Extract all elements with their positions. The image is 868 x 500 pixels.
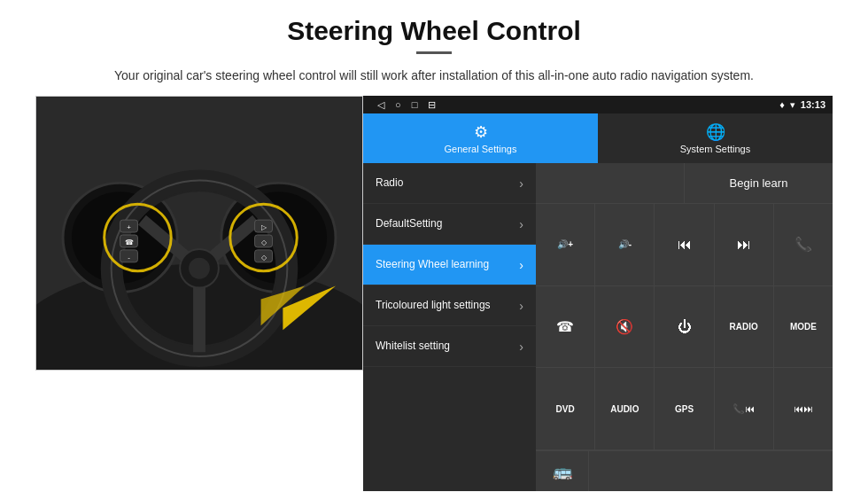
radio-row: Begin learn xyxy=(536,163,833,204)
svg-text:▷: ▷ xyxy=(261,223,267,231)
menu-panel: Radio › DefaultSetting › Steering Wheel … xyxy=(363,163,536,491)
device-main: Radio › DefaultSetting › Steering Wheel … xyxy=(363,163,833,491)
general-settings-icon: ⚙ xyxy=(474,122,488,142)
vol-down-icon: 🔊- xyxy=(618,239,632,249)
vol-up-icon: 🔊+ xyxy=(557,239,573,249)
menu-item-steering-wheel[interactable]: Steering Wheel learning › xyxy=(363,245,536,285)
chevron-icon-tricoloured: › xyxy=(519,299,523,313)
menu-item-radio[interactable]: Radio › xyxy=(363,163,536,204)
mode-label: MODE xyxy=(790,322,817,332)
answer-call-icon: ☎ xyxy=(556,318,574,335)
menu-item-whitelist-label: Whitelist setting xyxy=(376,340,450,354)
gps-label: GPS xyxy=(675,404,694,414)
mute-icon: 🔇 xyxy=(616,318,633,335)
svg-text:-: - xyxy=(128,254,130,262)
radio-empty-area xyxy=(536,163,685,203)
back-icon[interactable]: ◁ xyxy=(377,99,384,111)
svg-point-14 xyxy=(189,258,210,279)
vol-up-button[interactable]: 🔊+ xyxy=(536,204,595,285)
controls-row-2: ☎ 🔇 ⏻ RADIO MODE xyxy=(536,286,833,369)
call-prev-button[interactable]: 📞⏮ xyxy=(715,368,774,449)
chevron-icon-whitelist: › xyxy=(519,340,523,354)
status-bar-nav: ◁ ○ □ ⊟ xyxy=(377,99,436,111)
gps-button[interactable]: GPS xyxy=(655,368,714,449)
menu-item-steering-label: Steering Wheel learning xyxy=(376,258,489,272)
page-title: Steering Wheel Control xyxy=(287,16,581,46)
clock: 13:13 xyxy=(801,99,825,110)
signal-icon: ▾ xyxy=(790,99,795,111)
controls-row-3: DVD AUDIO GPS 📞⏮ ⏮⏭ xyxy=(536,368,833,450)
audio-button[interactable]: AUDIO xyxy=(595,368,655,449)
power-icon: ⏻ xyxy=(678,319,692,335)
audio-label: AUDIO xyxy=(610,404,639,414)
svg-text:☎: ☎ xyxy=(125,238,134,246)
radio-label: RADIO xyxy=(730,322,758,332)
mute-button[interactable]: 🔇 xyxy=(595,286,655,368)
answer-call-button[interactable]: ☎ xyxy=(536,286,595,368)
next-track-icon: ⏭ xyxy=(737,237,751,253)
radio-button[interactable]: RADIO xyxy=(715,286,774,368)
call-prev-icon: 📞⏮ xyxy=(732,403,755,415)
power-button[interactable]: ⏻ xyxy=(655,286,714,368)
title-divider xyxy=(416,51,452,54)
call-button[interactable]: 📞 xyxy=(774,204,833,285)
tab-general-label: General Settings xyxy=(445,144,517,154)
prev-next-icon: ⏮⏭ xyxy=(794,403,813,414)
status-bar: ◁ ○ □ ⊟ ♦ ▾ 13:13 xyxy=(363,96,833,113)
prev-next-button[interactable]: ⏮⏭ xyxy=(774,368,833,449)
menu-item-tricoloured-label: Tricoloured light settings xyxy=(376,299,491,313)
tab-general-settings[interactable]: ⚙ General Settings xyxy=(363,113,598,163)
prev-track-button[interactable]: ⏮ xyxy=(655,204,714,285)
vol-down-button[interactable]: 🔊- xyxy=(595,204,655,285)
control-panel: Begin learn 🔊+ 🔊- ⏮ xyxy=(536,163,833,491)
recents-icon[interactable]: □ xyxy=(412,99,418,111)
menu-item-whitelist[interactable]: Whitelist setting › xyxy=(363,326,536,367)
controls-row-1: 🔊+ 🔊- ⏮ ⏭ 📞 xyxy=(536,204,833,286)
bus-icon: 🚌 xyxy=(553,462,572,481)
title-section: Steering Wheel Control xyxy=(287,16,581,59)
menu-item-tricoloured[interactable]: Tricoloured light settings › xyxy=(363,285,536,326)
call-icon: 📞 xyxy=(794,236,812,253)
dvd-button[interactable]: DVD xyxy=(536,368,595,449)
mode-button[interactable]: MODE xyxy=(774,286,833,368)
chevron-icon-radio: › xyxy=(519,176,523,191)
tab-bar: ⚙ General Settings 🌐 System Settings xyxy=(363,113,833,163)
chevron-icon-steering: › xyxy=(519,258,523,272)
device-screen: ◁ ○ □ ⊟ ♦ ▾ 13:13 ⚙ General Settings 🌐 S… xyxy=(363,96,833,491)
menu-item-radio-label: Radio xyxy=(376,176,403,191)
next-track-button[interactable]: ⏭ xyxy=(715,204,774,285)
begin-learn-button[interactable]: Begin learn xyxy=(685,163,833,203)
steering-wheel-image: 120 xyxy=(35,96,363,371)
bus-icon-row: 🚌 xyxy=(536,450,833,491)
system-settings-icon: 🌐 xyxy=(706,122,725,142)
tab-system-settings[interactable]: 🌐 System Settings xyxy=(598,113,833,163)
dvd-label: DVD xyxy=(556,404,575,414)
menu-icon[interactable]: ⊟ xyxy=(428,99,436,111)
chevron-icon-default: › xyxy=(519,217,523,231)
menu-item-defaultsetting[interactable]: DefaultSetting › xyxy=(363,204,536,245)
svg-text:◇: ◇ xyxy=(261,238,267,246)
location-icon: ♦ xyxy=(779,99,785,110)
bus-icon-button[interactable]: 🚌 xyxy=(536,451,589,491)
prev-track-icon: ⏮ xyxy=(678,237,692,253)
home-icon[interactable]: ○ xyxy=(395,99,401,111)
content-area: 120 xyxy=(35,96,833,491)
subtitle: Your original car's steering wheel contr… xyxy=(114,66,754,85)
svg-text:◇: ◇ xyxy=(261,254,267,262)
page-container: Steering Wheel Control Your original car… xyxy=(0,0,868,500)
menu-item-default-label: DefaultSetting xyxy=(376,217,442,231)
svg-text:+: + xyxy=(127,223,131,231)
tab-system-label: System Settings xyxy=(680,144,750,154)
